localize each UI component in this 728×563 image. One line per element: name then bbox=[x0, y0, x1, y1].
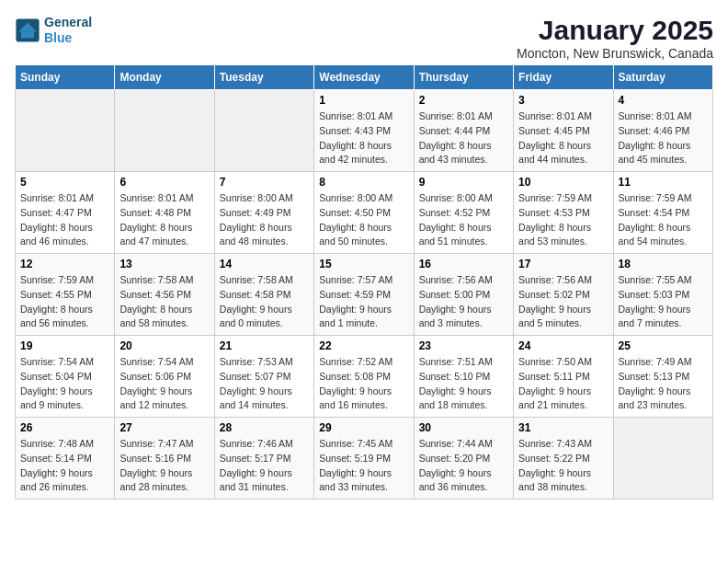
day-info: Sunrise: 7:58 AMSunset: 4:58 PMDaylight:… bbox=[220, 273, 309, 331]
day-number: 12 bbox=[20, 258, 109, 270]
day-number: 9 bbox=[419, 176, 508, 189]
day-number: 28 bbox=[220, 421, 309, 434]
day-number: 19 bbox=[20, 339, 109, 352]
day-number: 23 bbox=[419, 339, 508, 352]
day-info: Sunrise: 8:00 AMSunset: 4:49 PMDaylight:… bbox=[220, 191, 309, 249]
day-info: Sunrise: 7:53 AMSunset: 5:07 PMDaylight:… bbox=[220, 355, 309, 413]
calendar-cell: 21Sunrise: 7:53 AMSunset: 5:07 PMDayligh… bbox=[214, 336, 313, 418]
calendar-cell: 31Sunrise: 7:43 AMSunset: 5:22 PMDayligh… bbox=[514, 418, 613, 500]
week-row-3: 12Sunrise: 7:59 AMSunset: 4:55 PMDayligh… bbox=[16, 254, 713, 336]
logo-icon bbox=[15, 17, 40, 43]
day-number: 24 bbox=[518, 339, 608, 352]
calendar-cell: 28Sunrise: 7:46 AMSunset: 5:17 PMDayligh… bbox=[214, 418, 313, 500]
day-info: Sunrise: 7:49 AMSunset: 5:13 PMDaylight:… bbox=[619, 355, 708, 413]
week-row-1: 1Sunrise: 8:01 AMSunset: 4:43 PMDaylight… bbox=[16, 90, 713, 172]
day-number: 21 bbox=[220, 339, 309, 352]
day-number: 4 bbox=[619, 94, 708, 107]
day-header-sunday: Sunday bbox=[16, 65, 115, 90]
svg-rect-2 bbox=[21, 31, 34, 38]
day-number: 13 bbox=[119, 258, 209, 270]
day-header-monday: Monday bbox=[115, 65, 214, 90]
day-of-week-row: SundayMondayTuesdayWednesdayThursdayFrid… bbox=[16, 65, 713, 90]
calendar-cell: 23Sunrise: 7:51 AMSunset: 5:10 PMDayligh… bbox=[414, 336, 513, 418]
day-info: Sunrise: 7:59 AMSunset: 4:55 PMDaylight:… bbox=[20, 273, 109, 331]
day-number: 20 bbox=[119, 339, 209, 352]
logo-text: General Blue bbox=[44, 15, 92, 46]
day-info: Sunrise: 8:01 AMSunset: 4:44 PMDaylight:… bbox=[419, 109, 508, 167]
logo-line1: General bbox=[44, 15, 92, 29]
calendar-cell: 11Sunrise: 7:59 AMSunset: 4:54 PMDayligh… bbox=[613, 172, 712, 254]
day-number: 18 bbox=[619, 258, 708, 270]
calendar-body: 1Sunrise: 8:01 AMSunset: 4:43 PMDaylight… bbox=[16, 90, 713, 500]
calendar-cell: 7Sunrise: 8:00 AMSunset: 4:49 PMDaylight… bbox=[214, 172, 313, 254]
calendar-cell bbox=[613, 418, 712, 500]
day-info: Sunrise: 7:46 AMSunset: 5:17 PMDaylight:… bbox=[220, 437, 309, 495]
calendar-cell: 1Sunrise: 8:01 AMSunset: 4:43 PMDaylight… bbox=[314, 90, 414, 172]
day-info: Sunrise: 7:43 AMSunset: 5:22 PMDaylight:… bbox=[518, 437, 608, 495]
day-info: Sunrise: 7:55 AMSunset: 5:03 PMDaylight:… bbox=[619, 273, 708, 331]
day-header-thursday: Thursday bbox=[414, 65, 513, 90]
day-info: Sunrise: 7:48 AMSunset: 5:14 PMDaylight:… bbox=[20, 437, 109, 495]
calendar-cell: 10Sunrise: 7:59 AMSunset: 4:53 PMDayligh… bbox=[514, 172, 613, 254]
calendar-cell: 20Sunrise: 7:54 AMSunset: 5:06 PMDayligh… bbox=[115, 336, 214, 418]
day-number: 2 bbox=[419, 94, 508, 107]
day-number: 11 bbox=[619, 176, 708, 189]
day-info: Sunrise: 8:00 AMSunset: 4:50 PMDaylight:… bbox=[319, 191, 408, 249]
calendar-cell: 22Sunrise: 7:52 AMSunset: 5:08 PMDayligh… bbox=[314, 336, 414, 418]
week-row-2: 5Sunrise: 8:01 AMSunset: 4:47 PMDaylight… bbox=[16, 172, 713, 254]
day-info: Sunrise: 8:01 AMSunset: 4:43 PMDaylight:… bbox=[319, 109, 408, 167]
day-info: Sunrise: 7:59 AMSunset: 4:53 PMDaylight:… bbox=[518, 191, 608, 249]
day-number: 30 bbox=[419, 421, 508, 434]
calendar-cell: 3Sunrise: 8:01 AMSunset: 4:45 PMDaylight… bbox=[514, 90, 613, 172]
day-number: 6 bbox=[119, 176, 209, 189]
day-info: Sunrise: 7:59 AMSunset: 4:54 PMDaylight:… bbox=[619, 191, 708, 249]
calendar-cell: 19Sunrise: 7:54 AMSunset: 5:04 PMDayligh… bbox=[16, 336, 115, 418]
day-header-wednesday: Wednesday bbox=[314, 65, 414, 90]
day-number: 17 bbox=[518, 258, 608, 270]
day-number: 10 bbox=[518, 176, 608, 189]
week-row-4: 19Sunrise: 7:54 AMSunset: 5:04 PMDayligh… bbox=[16, 336, 713, 418]
day-header-tuesday: Tuesday bbox=[214, 65, 313, 90]
day-number: 27 bbox=[119, 421, 209, 434]
calendar-cell bbox=[214, 90, 313, 172]
day-number: 26 bbox=[20, 421, 109, 434]
day-info: Sunrise: 7:47 AMSunset: 5:16 PMDaylight:… bbox=[119, 437, 209, 495]
calendar-cell: 24Sunrise: 7:50 AMSunset: 5:11 PMDayligh… bbox=[514, 336, 613, 418]
day-number: 14 bbox=[220, 258, 309, 270]
day-number: 5 bbox=[20, 176, 109, 189]
day-info: Sunrise: 8:01 AMSunset: 4:48 PMDaylight:… bbox=[119, 191, 209, 249]
month-title: January 2025 bbox=[517, 15, 713, 46]
day-number: 22 bbox=[319, 339, 408, 352]
title-block: January 2025 Moncton, New Brunswick, Can… bbox=[517, 15, 713, 61]
logo: General Blue bbox=[15, 15, 92, 46]
day-number: 8 bbox=[319, 176, 408, 189]
day-number: 1 bbox=[319, 94, 408, 107]
calendar-header: SundayMondayTuesdayWednesdayThursdayFrid… bbox=[16, 65, 713, 90]
calendar-cell: 8Sunrise: 8:00 AMSunset: 4:50 PMDaylight… bbox=[314, 172, 414, 254]
day-info: Sunrise: 7:54 AMSunset: 5:06 PMDaylight:… bbox=[119, 355, 209, 413]
calendar-cell: 9Sunrise: 8:00 AMSunset: 4:52 PMDaylight… bbox=[414, 172, 513, 254]
day-number: 31 bbox=[518, 421, 608, 434]
page-header: General Blue January 2025 Moncton, New B… bbox=[15, 15, 713, 61]
day-info: Sunrise: 8:01 AMSunset: 4:47 PMDaylight:… bbox=[20, 191, 109, 249]
logo-line2: Blue bbox=[44, 30, 92, 46]
day-header-friday: Friday bbox=[514, 65, 613, 90]
calendar-cell: 12Sunrise: 7:59 AMSunset: 4:55 PMDayligh… bbox=[16, 254, 115, 336]
day-number: 15 bbox=[319, 258, 408, 270]
day-number: 25 bbox=[619, 339, 708, 352]
day-info: Sunrise: 7:50 AMSunset: 5:11 PMDaylight:… bbox=[518, 355, 608, 413]
day-info: Sunrise: 7:54 AMSunset: 5:04 PMDaylight:… bbox=[20, 355, 109, 413]
calendar-cell: 16Sunrise: 7:56 AMSunset: 5:00 PMDayligh… bbox=[414, 254, 513, 336]
day-info: Sunrise: 7:57 AMSunset: 4:59 PMDaylight:… bbox=[319, 273, 408, 331]
calendar-cell: 5Sunrise: 8:01 AMSunset: 4:47 PMDaylight… bbox=[16, 172, 115, 254]
day-info: Sunrise: 8:01 AMSunset: 4:46 PMDaylight:… bbox=[619, 109, 708, 167]
day-info: Sunrise: 7:58 AMSunset: 4:56 PMDaylight:… bbox=[119, 273, 209, 331]
week-row-5: 26Sunrise: 7:48 AMSunset: 5:14 PMDayligh… bbox=[16, 418, 713, 500]
calendar-cell: 26Sunrise: 7:48 AMSunset: 5:14 PMDayligh… bbox=[16, 418, 115, 500]
calendar-cell: 2Sunrise: 8:01 AMSunset: 4:44 PMDaylight… bbox=[414, 90, 513, 172]
day-number: 16 bbox=[419, 258, 508, 270]
calendar-cell: 15Sunrise: 7:57 AMSunset: 4:59 PMDayligh… bbox=[314, 254, 414, 336]
calendar-cell: 27Sunrise: 7:47 AMSunset: 5:16 PMDayligh… bbox=[115, 418, 214, 500]
calendar-cell: 18Sunrise: 7:55 AMSunset: 5:03 PMDayligh… bbox=[613, 254, 712, 336]
day-info: Sunrise: 7:45 AMSunset: 5:19 PMDaylight:… bbox=[319, 437, 408, 495]
